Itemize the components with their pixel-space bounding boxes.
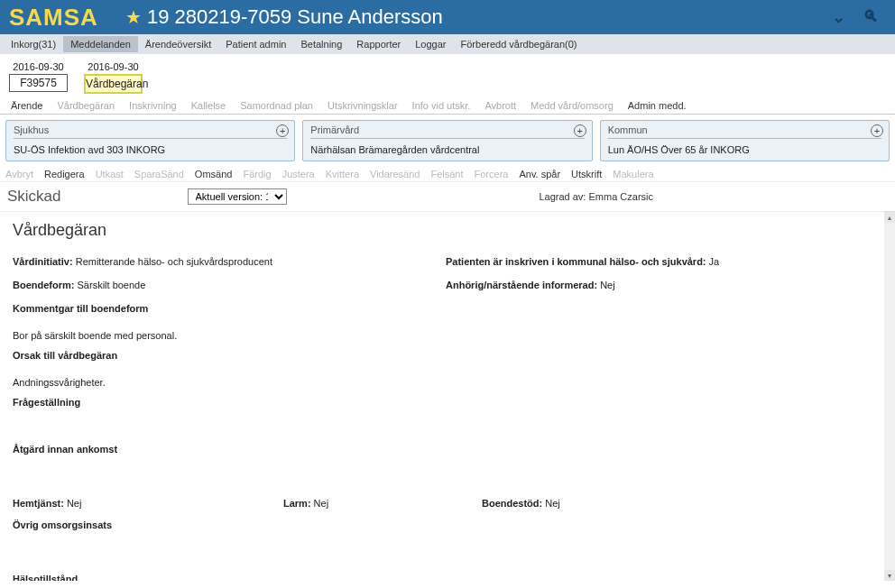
patient-enrolled-label: Patienten är inskriven i kommunal hälso-… <box>446 256 706 267</box>
action-kvittera: Kvittera <box>326 169 359 179</box>
panel-hospital-value: SU-ÖS Infektion avd 303 INKORG <box>14 144 287 155</box>
top-menu: Inkorg(31) Meddelanden Ärendeöversikt Pa… <box>0 34 895 54</box>
panel-primary-title: Primärvård <box>310 124 584 139</box>
boendestod-label: Boendestöd: <box>482 498 542 509</box>
hemtjanst-value: Nej <box>64 498 82 509</box>
subtab-info[interactable]: Info vid utskr. <box>405 97 478 114</box>
stored-by-value: Emma Czarsic <box>588 191 653 202</box>
panel-primary: Primärvård Närhälsan Brämaregården vårdc… <box>302 120 592 161</box>
tab-date-1: 2016-09-30 <box>88 61 138 72</box>
panel-primary-value: Närhälsan Brämaregården vårdcentral <box>310 144 584 155</box>
halsotillstand-label: Hälsotillstånd <box>13 574 872 581</box>
menu-forberedd[interactable]: Förberedd vårdbegäran(0) <box>454 36 585 52</box>
panel-municipal-value: Lun ÄO/HS Över 65 år INKORG <box>608 144 881 155</box>
scrollbar[interactable]: ▴ ▾ <box>884 211 895 581</box>
subtab-admin[interactable]: Admin medd. <box>621 97 694 114</box>
document-tabs: 2016-09-30 F39575 2016-09-30 Vårdbegäran <box>0 54 895 97</box>
menu-arendeoversikt[interactable]: Ärendeöversikt <box>138 36 218 52</box>
boendeform-value: Särskilt boende <box>74 280 145 290</box>
vardinitiativ-label: Vårdinitiativ: <box>13 256 73 267</box>
action-forcera: Forcera <box>475 169 509 179</box>
larm-value: Nej <box>311 498 329 509</box>
panels-row: Sjukhus SU-ÖS Infektion avd 303 INKORG +… <box>0 115 895 167</box>
version-select[interactable]: Aktuell version: 1 <box>188 188 287 205</box>
panel-municipal: Kommun Lun ÄO/HS Över 65 år INKORG + <box>600 120 890 161</box>
app-name: SAMSA <box>9 4 98 32</box>
action-fardig: Färdig <box>243 169 271 179</box>
action-utkast: Utkast <box>96 169 124 179</box>
panel-primary-add-icon[interactable]: + <box>574 124 586 137</box>
menu-loggar[interactable]: Loggar <box>408 36 453 52</box>
vardinitiativ-value: Remitterande hälso- och sjukvårdsproduce… <box>73 256 272 267</box>
header-bar: SAMSA ★ 19 280219-7059 Sune Andersson ⌄ … <box>0 0 895 34</box>
atgard-label: Åtgärd innan ankomst <box>13 444 872 455</box>
action-omsand[interactable]: Omsänd <box>195 169 233 179</box>
action-avbryt: Avbryt <box>5 169 33 179</box>
kommentar-boende-label: Kommentgar till boendeform <box>13 303 872 314</box>
ovrig-label: Övrig omsorgsinsats <box>13 519 872 530</box>
subtab-arende[interactable]: Ärende <box>4 97 50 114</box>
panel-municipal-add-icon[interactable]: + <box>871 124 883 137</box>
anhorig-label: Anhörig/närstående informerad: <box>446 280 597 290</box>
orsak-label: Orsak till vårdbegäran <box>13 350 872 361</box>
action-bar: Avbryt Redigera Utkast SparaSänd Omsänd … <box>0 167 895 182</box>
status-row: Skickad Aktuell version: 1 Lagrad av: Em… <box>0 182 895 211</box>
content-area: Vårdbegäran Vårdinitiativ: Remitterande … <box>0 211 884 581</box>
tab-date-0: 2016-09-30 <box>13 61 63 72</box>
chevron-down-icon[interactable]: ⌄ <box>832 7 845 27</box>
star-icon[interactable]: ★ <box>125 6 142 28</box>
action-anvspar[interactable]: Anv. spår <box>519 169 560 179</box>
hemtjanst-label: Hemtjänst: <box>13 498 64 509</box>
content-heading: Vårdbegäran <box>13 221 872 240</box>
action-sparasand: SparaSänd <box>134 169 184 179</box>
subtab-utskrivningsklar[interactable]: Utskrivningsklar <box>320 97 405 114</box>
menu-betalning[interactable]: Betalning <box>293 36 349 52</box>
stored-by-label: Lagrad av: <box>539 191 586 202</box>
action-redigera[interactable]: Redigera <box>44 169 85 179</box>
fragestallning-label: Frågeställning <box>13 397 872 408</box>
stored-by: Lagrad av: Emma Czarsic <box>539 191 653 202</box>
subtab-medd[interactable]: Medd vård/omsorg <box>523 97 621 114</box>
orsak-text: Andningssvårigheter. <box>13 377 872 388</box>
boendestod-value: Nej <box>542 498 560 509</box>
boendeform-label: Boendeform: <box>13 280 74 290</box>
scroll-down-icon[interactable]: ▾ <box>884 570 895 581</box>
subtab-avbrott[interactable]: Avbrott <box>477 97 523 114</box>
subtab-vardbegaran[interactable]: Vårdbegäran <box>50 97 122 114</box>
tab-vardbegaran[interactable]: Vårdbegäran <box>84 74 143 94</box>
subtab-inskrivning[interactable]: Inskrivning <box>122 97 184 114</box>
action-utskrift[interactable]: Utskrift <box>571 169 602 179</box>
scroll-up-icon[interactable]: ▴ <box>884 212 895 223</box>
menu-inkorg[interactable]: Inkorg(31) <box>4 36 63 52</box>
action-felsant: Felsänt <box>430 169 463 179</box>
menu-patient-admin[interactable]: Patient admin <box>218 36 293 52</box>
larm-label: Larm: <box>283 498 311 509</box>
panel-hospital: Sjukhus SU-ÖS Infektion avd 303 INKORG + <box>5 120 295 161</box>
action-justera: Justera <box>282 169 315 179</box>
patient-enrolled-value: Ja <box>706 256 720 267</box>
tab-f39575[interactable]: F39575 <box>9 74 68 92</box>
kommentar-boende-text: Bor på särskilt boende med personal. <box>13 330 872 341</box>
action-vidaresand: Vidaresänd <box>370 169 420 179</box>
status-title: Skickad <box>7 188 61 206</box>
patient-info: 19 280219-7059 Sune Andersson <box>147 5 443 29</box>
menu-meddelanden[interactable]: Meddelanden <box>63 36 138 52</box>
panel-hospital-title: Sjukhus <box>14 124 287 139</box>
panel-municipal-title: Kommun <box>608 124 881 139</box>
search-icon[interactable]: 🔍︎ <box>863 8 879 26</box>
anhorig-value: Nej <box>597 280 615 290</box>
action-makulera: Makulera <box>613 169 653 179</box>
menu-rapporter[interactable]: Rapporter <box>349 36 408 52</box>
sub-tabs: Ärende Vårdbegäran Inskrivning Kallelse … <box>0 97 895 115</box>
subtab-kallelse[interactable]: Kallelse <box>184 97 234 114</box>
subtab-samordnad[interactable]: Samordnad plan <box>233 97 320 114</box>
